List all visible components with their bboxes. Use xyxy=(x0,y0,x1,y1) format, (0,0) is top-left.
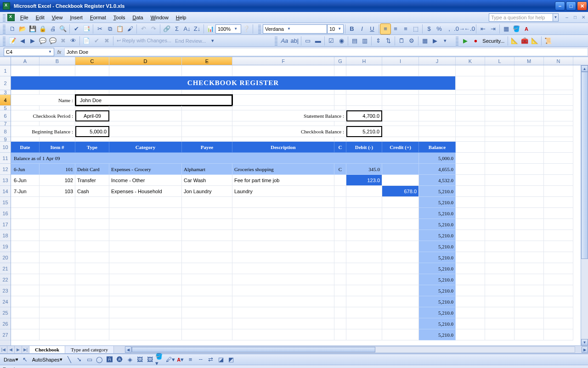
cell[interactable] xyxy=(514,126,544,137)
cell[interactable] xyxy=(232,219,334,230)
cell[interactable] xyxy=(456,230,485,241)
toolbar-handle[interactable] xyxy=(3,36,6,46)
line-color-button[interactable]: 🖊▾ xyxy=(165,355,175,365)
cell[interactable]: 5,210.0 xyxy=(419,285,456,296)
cell[interactable] xyxy=(182,274,232,285)
cell[interactable] xyxy=(514,329,544,340)
col-header-C[interactable]: C xyxy=(75,57,109,65)
row-header-18[interactable]: 18 xyxy=(0,230,11,241)
3d-button[interactable]: ◩ xyxy=(226,355,236,365)
cell[interactable] xyxy=(485,164,514,175)
cell[interactable] xyxy=(40,106,75,110)
cell[interactable]: Item # xyxy=(40,142,75,153)
cell[interactable]: 103 xyxy=(40,186,75,197)
col-header-B[interactable]: B xyxy=(40,57,75,65)
cell[interactable] xyxy=(514,219,544,230)
cell[interactable]: 5,210.0 xyxy=(419,241,456,252)
cell[interactable] xyxy=(485,137,514,142)
cell[interactable] xyxy=(182,241,232,252)
view-code-button[interactable]: ⚙ xyxy=(407,36,417,46)
cell[interactable] xyxy=(11,263,40,274)
cell[interactable] xyxy=(75,252,109,263)
clipart-button[interactable]: 🖼 xyxy=(135,355,145,365)
hscroll-thumb[interactable] xyxy=(132,347,375,352)
name-box[interactable]: C4▼ xyxy=(4,48,54,56)
cell[interactable] xyxy=(544,137,573,142)
cell[interactable] xyxy=(544,230,573,241)
sheet-tab-checkbook[interactable]: Checkbook xyxy=(29,346,65,353)
cell[interactable] xyxy=(514,106,544,110)
cell[interactable]: 5,210.0 xyxy=(419,219,456,230)
cell[interactable]: 7-Jun xyxy=(11,186,40,197)
cell[interactable] xyxy=(182,208,232,219)
cell[interactable]: Jon Laundry xyxy=(182,186,232,197)
cell[interactable] xyxy=(109,318,182,329)
cell[interactable] xyxy=(456,285,485,296)
cell[interactable] xyxy=(232,241,334,252)
inner-restore-button[interactable]: □ xyxy=(571,14,579,21)
cell[interactable] xyxy=(456,65,485,76)
cell[interactable] xyxy=(334,230,346,241)
cell[interactable] xyxy=(11,252,40,263)
cell[interactable] xyxy=(182,110,232,121)
cell[interactable] xyxy=(40,90,75,95)
cell[interactable] xyxy=(514,318,544,329)
cell[interactable] xyxy=(456,137,485,142)
cell[interactable] xyxy=(346,296,382,307)
col-header-L[interactable]: L xyxy=(485,57,514,65)
cell[interactable]: Checkbook Balance : xyxy=(232,126,346,137)
cell[interactable] xyxy=(232,252,334,263)
cell[interactable] xyxy=(544,274,573,285)
cell[interactable] xyxy=(334,318,346,329)
cell[interactable] xyxy=(11,106,40,110)
menu-data[interactable]: Data xyxy=(129,13,147,22)
row-header-23[interactable]: 23 xyxy=(0,285,11,296)
cell[interactable] xyxy=(75,318,109,329)
cell[interactable] xyxy=(544,285,573,296)
row-header-15[interactable]: 15 xyxy=(0,197,11,208)
cell[interactable] xyxy=(40,241,75,252)
cell[interactable] xyxy=(456,197,485,208)
cell[interactable] xyxy=(40,197,75,208)
cell[interactable] xyxy=(456,175,485,186)
function-button[interactable]: fx xyxy=(54,49,64,55)
fill-color-button[interactable]: 🪣 xyxy=(511,24,521,34)
row-header-13[interactable]: 13 xyxy=(0,175,11,186)
row-header-8[interactable]: 8 xyxy=(0,126,11,137)
cell[interactable]: Transfer xyxy=(75,175,109,186)
col-header-A[interactable]: A xyxy=(11,57,40,65)
cell[interactable] xyxy=(232,307,334,318)
cell[interactable] xyxy=(544,164,573,175)
cell[interactable]: Type xyxy=(75,142,109,153)
cell[interactable]: CHECKBOOK REGISTER xyxy=(11,76,456,90)
cell[interactable] xyxy=(346,307,382,318)
cell[interactable]: Balance xyxy=(419,142,456,153)
help-button[interactable]: ❔ xyxy=(241,24,251,34)
row-header-6[interactable]: 6 xyxy=(0,110,11,121)
delete-comment-button[interactable]: ✖ xyxy=(58,36,68,46)
draw-menu[interactable]: Draw ▾ xyxy=(2,355,20,365)
cell[interactable] xyxy=(485,329,514,340)
cell[interactable] xyxy=(109,263,182,274)
cell[interactable] xyxy=(544,329,573,340)
cell[interactable] xyxy=(109,241,182,252)
diagram-button[interactable]: ◈ xyxy=(125,355,135,365)
cell[interactable] xyxy=(346,263,382,274)
cell[interactable]: 4,532.0 xyxy=(419,175,456,186)
cell[interactable] xyxy=(109,252,182,263)
cell[interactable]: Statement Balance : xyxy=(232,110,346,121)
cell[interactable] xyxy=(109,329,182,340)
cell[interactable] xyxy=(40,296,75,307)
cell[interactable] xyxy=(544,296,573,307)
cell[interactable] xyxy=(382,137,419,142)
cell[interactable] xyxy=(419,126,456,137)
cell[interactable] xyxy=(11,121,40,126)
cell[interactable] xyxy=(456,164,485,175)
scroll-down-button[interactable]: ▼ xyxy=(581,339,588,345)
font-color-draw-button[interactable]: A▾ xyxy=(175,355,186,365)
textbox-button[interactable]: 🅰 xyxy=(105,355,115,365)
cell[interactable]: 4,700.0 xyxy=(346,110,382,121)
cell[interactable]: Name : xyxy=(11,95,75,106)
cell[interactable] xyxy=(456,90,485,95)
cell[interactable] xyxy=(382,110,419,121)
